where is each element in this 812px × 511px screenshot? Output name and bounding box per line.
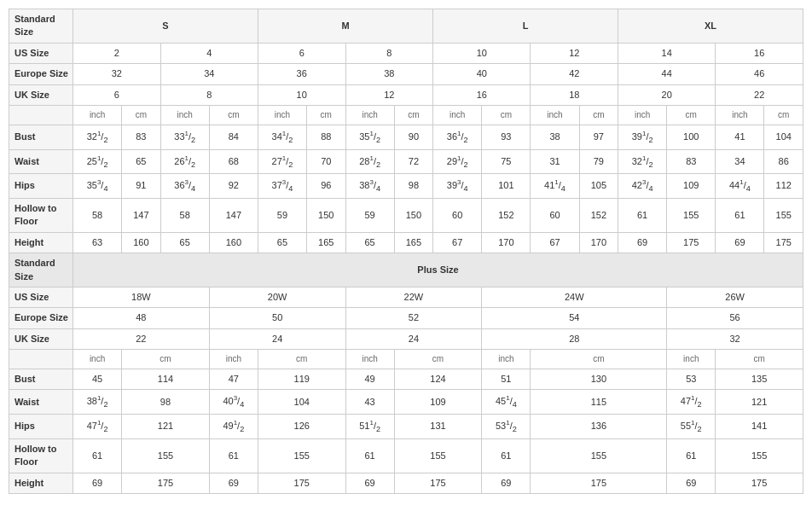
plus-bust-45in: 45 — [73, 369, 122, 390]
plus-inch-2: inch — [209, 350, 258, 369]
plus-unit-spacer — [9, 350, 73, 369]
hips-112cm: 112 — [764, 174, 803, 199]
plus-bust-51in: 51 — [482, 369, 531, 390]
bust-39.5in: 391/2 — [618, 125, 667, 149]
plus-htf-155cm-5: 155 — [716, 438, 803, 473]
plus-waist-121cm: 121 — [716, 390, 803, 415]
inch-label-7: inch — [618, 105, 667, 125]
plus-standard-size-header: Standard Size — [9, 253, 73, 287]
height-170cm-1: 170 — [482, 232, 531, 253]
plus-hips-55.5in: 551/2 — [667, 415, 716, 439]
waist-68cm: 68 — [209, 149, 258, 174]
hips-105cm: 105 — [579, 174, 618, 199]
plus-size-header: Plus Size — [73, 253, 803, 287]
xl-header: XL — [618, 9, 803, 44]
plus-hips-136cm: 136 — [531, 415, 667, 439]
waist-25.5in: 251/2 — [73, 149, 122, 174]
bust-label: Bust — [9, 125, 73, 149]
bust-104cm: 104 — [764, 125, 803, 149]
waist-32.5in: 321/2 — [618, 149, 667, 174]
waist-27.5in: 271/2 — [258, 149, 306, 174]
euro-32: 32 — [73, 64, 161, 84]
uk-6: 6 — [73, 84, 161, 105]
htf-155cm-1: 155 — [667, 198, 716, 232]
plus-bust-49in: 49 — [345, 369, 394, 390]
bust-83cm: 83 — [122, 125, 160, 149]
size-chart-table: StandardSize S M L XL US Size 2 4 6 8 10… — [9, 9, 803, 494]
plus-height-69in-5: 69 — [667, 473, 716, 493]
hips-101cm: 101 — [482, 174, 531, 199]
hips-39.75in: 393/4 — [433, 174, 482, 199]
hips-109cm: 109 — [667, 174, 716, 199]
plus-bust-124cm: 124 — [394, 369, 482, 390]
inch-label-3: inch — [258, 105, 306, 125]
waist-86cm: 86 — [764, 149, 803, 174]
plus-inch-3: inch — [345, 350, 394, 369]
inch-label-6: inch — [531, 105, 579, 125]
hips-44.25in: 441/4 — [716, 174, 764, 199]
plus-waist-43in: 43 — [345, 390, 394, 415]
htf-61in-1: 61 — [618, 198, 667, 232]
plus-bust-label: Bust — [9, 369, 73, 390]
height-160cm-2: 160 — [209, 232, 258, 253]
plus-height-69in-2: 69 — [209, 473, 258, 493]
cm-label-4: cm — [394, 105, 432, 125]
unit-spacer — [9, 105, 73, 125]
plus-us-20w: 20W — [209, 287, 345, 307]
euro-40: 40 — [433, 64, 531, 84]
euro-42: 42 — [531, 64, 618, 84]
plus-us-18w: 18W — [73, 287, 210, 307]
height-label-plus: Height — [9, 473, 73, 493]
htf-147cm-2: 147 — [209, 198, 258, 232]
euro-38: 38 — [345, 64, 433, 84]
height-67in-2: 67 — [531, 232, 579, 253]
hips-92cm: 92 — [209, 174, 258, 199]
plus-uk-24b: 24 — [345, 328, 482, 349]
hips-37.75in: 373/4 — [258, 174, 306, 199]
hips-98cm: 98 — [394, 174, 432, 199]
plus-htf-61in-3: 61 — [345, 438, 394, 473]
waist-34in: 34 — [716, 149, 764, 174]
plus-height-175cm-5: 175 — [716, 473, 803, 493]
euro-36: 36 — [258, 64, 345, 84]
waist-70cm: 70 — [307, 149, 345, 174]
plus-us-24w: 24W — [482, 287, 667, 307]
plus-bust-114cm: 114 — [122, 369, 210, 390]
plus-us-22w: 22W — [345, 287, 482, 307]
plus-cm-2: cm — [258, 350, 345, 369]
europe-size-label: Europe Size — [9, 64, 73, 84]
plus-euro-54: 54 — [482, 308, 667, 328]
bust-38in: 38 — [531, 125, 579, 149]
height-175cm-2: 175 — [764, 232, 803, 253]
plus-cm-1: cm — [122, 350, 210, 369]
plus-inch-1: inch — [73, 350, 122, 369]
us-size-label: US Size — [9, 43, 73, 63]
us-size-8: 8 — [345, 43, 433, 63]
plus-us-size-label: US Size — [9, 287, 73, 307]
us-size-10: 10 — [433, 43, 531, 63]
hips-38.75in: 383/4 — [345, 174, 394, 199]
plus-bust-53in: 53 — [667, 369, 716, 390]
plus-europe-size-label: Europe Size — [9, 308, 73, 328]
bust-33.5in: 331/2 — [160, 125, 209, 149]
bust-90cm: 90 — [394, 125, 432, 149]
cm-label-6: cm — [579, 105, 618, 125]
plus-waist-115cm: 115 — [531, 390, 667, 415]
plus-hips-126cm: 126 — [258, 415, 345, 439]
plus-height-69in-4: 69 — [482, 473, 531, 493]
cm-label-8: cm — [764, 105, 803, 125]
hips-36.75in: 363/4 — [160, 174, 209, 199]
uk-size-label: UK Size — [9, 84, 73, 105]
height-69in-2: 69 — [716, 232, 764, 253]
htf-152cm-2: 152 — [579, 198, 618, 232]
s-header: S — [73, 9, 258, 44]
waist-29.5in: 291/2 — [433, 149, 482, 174]
plus-waist-98cm: 98 — [122, 390, 210, 415]
waist-83cm: 83 — [667, 149, 716, 174]
height-69in-1: 69 — [618, 232, 667, 253]
plus-waist-104cm: 104 — [258, 390, 345, 415]
bust-35.5in: 351/2 — [345, 125, 394, 149]
waist-72cm: 72 — [394, 149, 432, 174]
us-size-4: 4 — [160, 43, 258, 63]
plus-htf-155cm-4: 155 — [531, 438, 667, 473]
